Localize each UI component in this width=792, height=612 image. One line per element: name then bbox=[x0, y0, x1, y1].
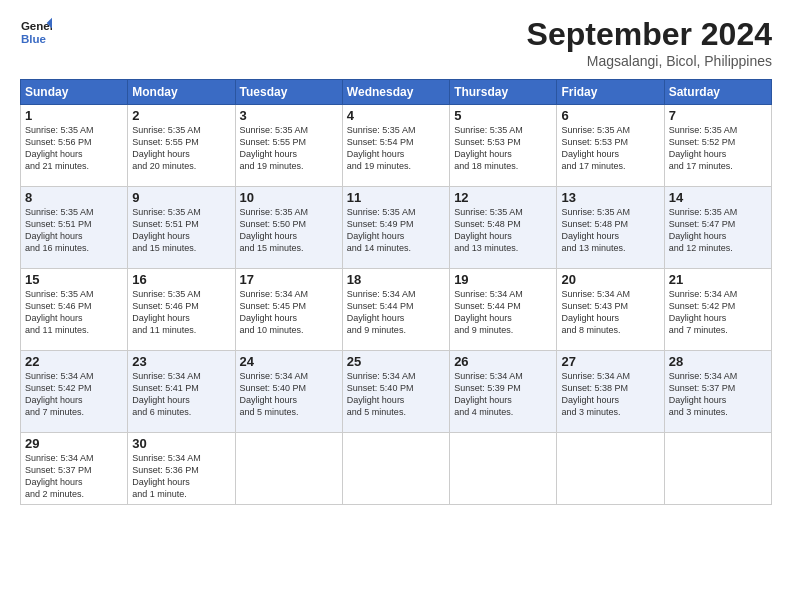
table-row: 13Sunrise: 5:35 AMSunset: 5:48 PMDayligh… bbox=[557, 187, 664, 269]
cell-details: Sunrise: 5:35 AMSunset: 5:53 PMDaylight … bbox=[454, 124, 552, 173]
table-row: 1Sunrise: 5:35 AMSunset: 5:56 PMDaylight… bbox=[21, 105, 128, 187]
table-row: 21Sunrise: 5:34 AMSunset: 5:42 PMDayligh… bbox=[664, 269, 771, 351]
cell-details: Sunrise: 5:35 AMSunset: 5:48 PMDaylight … bbox=[561, 206, 659, 255]
title-area: September 2024 Magsalangi, Bicol, Philip… bbox=[527, 16, 772, 69]
logo-icon: General Blue bbox=[20, 16, 52, 48]
day-number: 11 bbox=[347, 190, 445, 205]
cell-details: Sunrise: 5:34 AMSunset: 5:37 PMDaylight … bbox=[25, 452, 123, 501]
table-row: 3Sunrise: 5:35 AMSunset: 5:55 PMDaylight… bbox=[235, 105, 342, 187]
day-number: 2 bbox=[132, 108, 230, 123]
table-row bbox=[664, 433, 771, 505]
table-row: 14Sunrise: 5:35 AMSunset: 5:47 PMDayligh… bbox=[664, 187, 771, 269]
table-row: 5Sunrise: 5:35 AMSunset: 5:53 PMDaylight… bbox=[450, 105, 557, 187]
table-row: 28Sunrise: 5:34 AMSunset: 5:37 PMDayligh… bbox=[664, 351, 771, 433]
cell-details: Sunrise: 5:34 AMSunset: 5:41 PMDaylight … bbox=[132, 370, 230, 419]
header-thursday: Thursday bbox=[450, 80, 557, 105]
table-row: 24Sunrise: 5:34 AMSunset: 5:40 PMDayligh… bbox=[235, 351, 342, 433]
cell-details: Sunrise: 5:35 AMSunset: 5:51 PMDaylight … bbox=[25, 206, 123, 255]
svg-text:General: General bbox=[21, 20, 52, 32]
table-row: 22Sunrise: 5:34 AMSunset: 5:42 PMDayligh… bbox=[21, 351, 128, 433]
cell-details: Sunrise: 5:35 AMSunset: 5:50 PMDaylight … bbox=[240, 206, 338, 255]
day-number: 9 bbox=[132, 190, 230, 205]
header-tuesday: Tuesday bbox=[235, 80, 342, 105]
day-number: 27 bbox=[561, 354, 659, 369]
day-number: 17 bbox=[240, 272, 338, 287]
table-row: 25Sunrise: 5:34 AMSunset: 5:40 PMDayligh… bbox=[342, 351, 449, 433]
table-row: 4Sunrise: 5:35 AMSunset: 5:54 PMDaylight… bbox=[342, 105, 449, 187]
cell-details: Sunrise: 5:34 AMSunset: 5:44 PMDaylight … bbox=[347, 288, 445, 337]
cell-details: Sunrise: 5:34 AMSunset: 5:37 PMDaylight … bbox=[669, 370, 767, 419]
weekday-header-row: Sunday Monday Tuesday Wednesday Thursday… bbox=[21, 80, 772, 105]
cell-details: Sunrise: 5:35 AMSunset: 5:52 PMDaylight … bbox=[669, 124, 767, 173]
table-row: 18Sunrise: 5:34 AMSunset: 5:44 PMDayligh… bbox=[342, 269, 449, 351]
table-row: 30Sunrise: 5:34 AMSunset: 5:36 PMDayligh… bbox=[128, 433, 235, 505]
table-row bbox=[450, 433, 557, 505]
day-number: 25 bbox=[347, 354, 445, 369]
header: General Blue September 2024 Magsalangi, … bbox=[20, 16, 772, 69]
table-row: 6Sunrise: 5:35 AMSunset: 5:53 PMDaylight… bbox=[557, 105, 664, 187]
table-row: 17Sunrise: 5:34 AMSunset: 5:45 PMDayligh… bbox=[235, 269, 342, 351]
table-row: 19Sunrise: 5:34 AMSunset: 5:44 PMDayligh… bbox=[450, 269, 557, 351]
location-title: Magsalangi, Bicol, Philippines bbox=[527, 53, 772, 69]
header-sunday: Sunday bbox=[21, 80, 128, 105]
cell-details: Sunrise: 5:35 AMSunset: 5:55 PMDaylight … bbox=[240, 124, 338, 173]
day-number: 7 bbox=[669, 108, 767, 123]
day-number: 6 bbox=[561, 108, 659, 123]
day-number: 19 bbox=[454, 272, 552, 287]
day-number: 20 bbox=[561, 272, 659, 287]
cell-details: Sunrise: 5:34 AMSunset: 5:40 PMDaylight … bbox=[240, 370, 338, 419]
cell-details: Sunrise: 5:35 AMSunset: 5:47 PMDaylight … bbox=[669, 206, 767, 255]
calendar-week-row: 8Sunrise: 5:35 AMSunset: 5:51 PMDaylight… bbox=[21, 187, 772, 269]
table-row: 20Sunrise: 5:34 AMSunset: 5:43 PMDayligh… bbox=[557, 269, 664, 351]
day-number: 26 bbox=[454, 354, 552, 369]
table-row: 2Sunrise: 5:35 AMSunset: 5:55 PMDaylight… bbox=[128, 105, 235, 187]
day-number: 4 bbox=[347, 108, 445, 123]
logo: General Blue bbox=[20, 16, 52, 48]
day-number: 5 bbox=[454, 108, 552, 123]
table-row: 29Sunrise: 5:34 AMSunset: 5:37 PMDayligh… bbox=[21, 433, 128, 505]
table-row: 9Sunrise: 5:35 AMSunset: 5:51 PMDaylight… bbox=[128, 187, 235, 269]
header-friday: Friday bbox=[557, 80, 664, 105]
cell-details: Sunrise: 5:35 AMSunset: 5:48 PMDaylight … bbox=[454, 206, 552, 255]
table-row: 23Sunrise: 5:34 AMSunset: 5:41 PMDayligh… bbox=[128, 351, 235, 433]
cell-details: Sunrise: 5:34 AMSunset: 5:36 PMDaylight … bbox=[132, 452, 230, 501]
table-row: 15Sunrise: 5:35 AMSunset: 5:46 PMDayligh… bbox=[21, 269, 128, 351]
table-row: 7Sunrise: 5:35 AMSunset: 5:52 PMDaylight… bbox=[664, 105, 771, 187]
day-number: 13 bbox=[561, 190, 659, 205]
day-number: 24 bbox=[240, 354, 338, 369]
cell-details: Sunrise: 5:35 AMSunset: 5:51 PMDaylight … bbox=[132, 206, 230, 255]
cell-details: Sunrise: 5:34 AMSunset: 5:38 PMDaylight … bbox=[561, 370, 659, 419]
table-row: 27Sunrise: 5:34 AMSunset: 5:38 PMDayligh… bbox=[557, 351, 664, 433]
day-number: 23 bbox=[132, 354, 230, 369]
cell-details: Sunrise: 5:35 AMSunset: 5:55 PMDaylight … bbox=[132, 124, 230, 173]
day-number: 15 bbox=[25, 272, 123, 287]
cell-details: Sunrise: 5:34 AMSunset: 5:43 PMDaylight … bbox=[561, 288, 659, 337]
cell-details: Sunrise: 5:35 AMSunset: 5:49 PMDaylight … bbox=[347, 206, 445, 255]
cell-details: Sunrise: 5:35 AMSunset: 5:46 PMDaylight … bbox=[25, 288, 123, 337]
table-row bbox=[342, 433, 449, 505]
day-number: 22 bbox=[25, 354, 123, 369]
cell-details: Sunrise: 5:35 AMSunset: 5:53 PMDaylight … bbox=[561, 124, 659, 173]
table-row: 16Sunrise: 5:35 AMSunset: 5:46 PMDayligh… bbox=[128, 269, 235, 351]
day-number: 18 bbox=[347, 272, 445, 287]
cell-details: Sunrise: 5:35 AMSunset: 5:46 PMDaylight … bbox=[132, 288, 230, 337]
cell-details: Sunrise: 5:34 AMSunset: 5:40 PMDaylight … bbox=[347, 370, 445, 419]
calendar-week-row: 29Sunrise: 5:34 AMSunset: 5:37 PMDayligh… bbox=[21, 433, 772, 505]
day-number: 8 bbox=[25, 190, 123, 205]
cell-details: Sunrise: 5:34 AMSunset: 5:42 PMDaylight … bbox=[669, 288, 767, 337]
table-row: 26Sunrise: 5:34 AMSunset: 5:39 PMDayligh… bbox=[450, 351, 557, 433]
day-number: 14 bbox=[669, 190, 767, 205]
month-title: September 2024 bbox=[527, 16, 772, 53]
table-row: 10Sunrise: 5:35 AMSunset: 5:50 PMDayligh… bbox=[235, 187, 342, 269]
cell-details: Sunrise: 5:34 AMSunset: 5:44 PMDaylight … bbox=[454, 288, 552, 337]
day-number: 3 bbox=[240, 108, 338, 123]
calendar-week-row: 1Sunrise: 5:35 AMSunset: 5:56 PMDaylight… bbox=[21, 105, 772, 187]
day-number: 10 bbox=[240, 190, 338, 205]
cell-details: Sunrise: 5:34 AMSunset: 5:39 PMDaylight … bbox=[454, 370, 552, 419]
day-number: 12 bbox=[454, 190, 552, 205]
table-row bbox=[557, 433, 664, 505]
calendar-week-row: 15Sunrise: 5:35 AMSunset: 5:46 PMDayligh… bbox=[21, 269, 772, 351]
header-monday: Monday bbox=[128, 80, 235, 105]
calendar-week-row: 22Sunrise: 5:34 AMSunset: 5:42 PMDayligh… bbox=[21, 351, 772, 433]
cell-details: Sunrise: 5:34 AMSunset: 5:45 PMDaylight … bbox=[240, 288, 338, 337]
